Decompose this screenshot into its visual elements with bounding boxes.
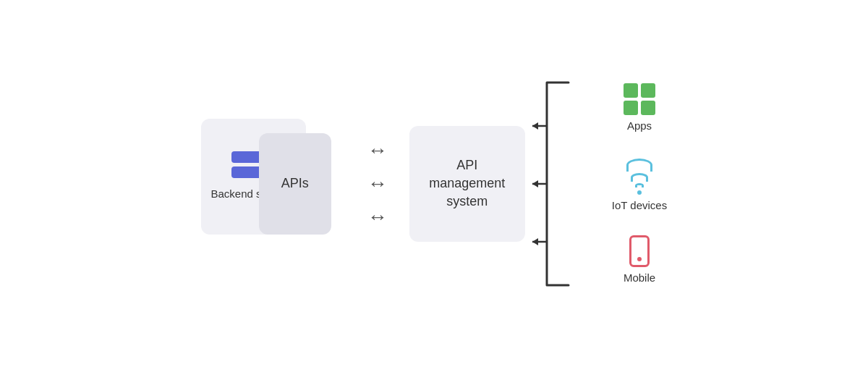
wifi-arc-small	[635, 183, 644, 187]
apis-label: APIs	[281, 176, 309, 191]
right-section: Apps IoT devices Mobile	[532, 75, 667, 292]
wifi-dot	[637, 190, 642, 195]
architecture-diagram: Backend systems APIs ↔ ↔ ↔ APImanagement…	[201, 75, 667, 292]
apps-square-3	[624, 101, 638, 115]
apps-square-4	[641, 101, 655, 115]
apps-square-1	[624, 83, 638, 98]
wifi-arc-medium	[631, 173, 648, 182]
backend-block: Backend systems APIs	[201, 119, 339, 249]
arrow-1: ↔	[367, 140, 388, 161]
mobile-dot	[637, 257, 642, 261]
svg-marker-3	[532, 180, 538, 187]
wifi-icon	[626, 156, 652, 195]
svg-marker-5	[532, 238, 538, 245]
left-arrows: ↔ ↔ ↔	[367, 140, 388, 227]
iot-item: IoT devices	[612, 156, 667, 211]
bracket-svg	[532, 75, 590, 292]
mobile-item: Mobile	[612, 235, 667, 284]
apps-item: Apps	[612, 83, 667, 132]
apps-label: Apps	[627, 119, 652, 132]
api-mgmt-label: APImanagementsystem	[429, 156, 505, 211]
wifi-arc-large	[626, 159, 652, 172]
apps-square-2	[641, 83, 655, 98]
mobile-label: Mobile	[624, 271, 655, 284]
api-mgmt-card: APImanagementsystem	[409, 126, 525, 242]
iot-label: IoT devices	[612, 199, 667, 211]
apis-card: APIs	[259, 133, 331, 235]
right-items: Apps IoT devices Mobile	[612, 75, 667, 292]
svg-marker-1	[532, 122, 538, 130]
mobile-icon	[629, 235, 650, 267]
arrow-3: ↔	[367, 207, 388, 227]
arrow-2: ↔	[367, 174, 388, 194]
apps-icon	[624, 83, 655, 115]
